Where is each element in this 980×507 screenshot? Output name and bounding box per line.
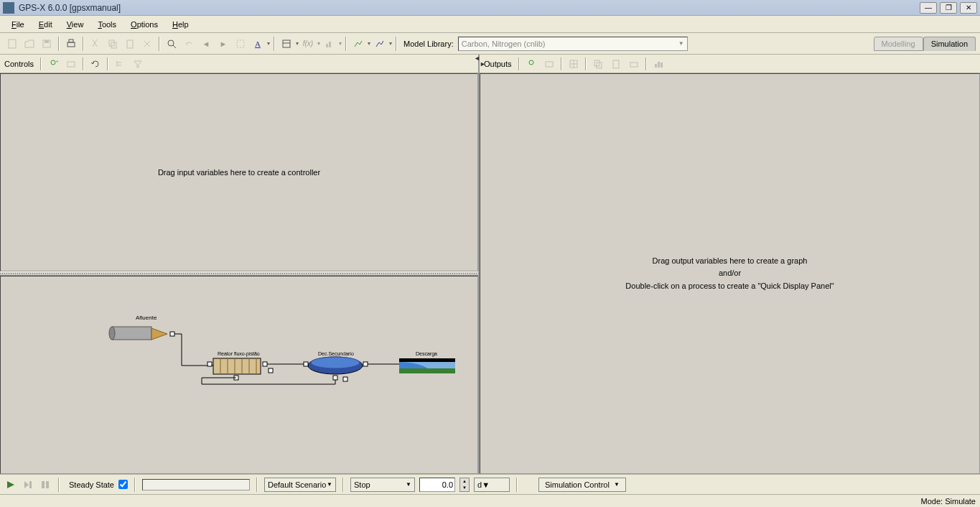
svg-rect-51 — [655, 64, 657, 68]
model-library-label: Model Library: — [403, 39, 454, 48]
time-spinner[interactable]: ▲ ▼ — [459, 478, 470, 492]
outputs-new-btn[interactable] — [523, 56, 539, 72]
delete-button[interactable] — [139, 36, 155, 52]
main-toolbar: ◄ ► A ▾ ▾ f(x) ▾ ▾ ▾ ▾ Model Library: Ca… — [0, 33, 980, 55]
stop-dropdown[interactable]: Stop ▼ — [350, 478, 415, 492]
vertical-splitter[interactable] — [474, 55, 485, 76]
svg-rect-43 — [546, 62, 553, 67]
svg-rect-37 — [333, 376, 337, 380]
save-button[interactable] — [39, 36, 55, 52]
svg-point-8 — [168, 40, 174, 46]
outputs-placeholder-3: Double-click on a process to create a "Q… — [625, 280, 834, 293]
svg-rect-4 — [69, 39, 73, 42]
nav-right-button[interactable]: ► — [215, 36, 231, 52]
select-rect-button[interactable] — [233, 36, 248, 52]
outputs-print-btn[interactable] — [626, 56, 642, 72]
paste-button[interactable] — [122, 36, 138, 52]
outputs-drop-zone[interactable]: Drag output variables here to create a g… — [480, 73, 980, 474]
outputs-grid-btn[interactable] — [566, 56, 582, 72]
model-library-dropdown[interactable]: Carbon, Nitrogen (cnlib) ▼ — [458, 37, 688, 51]
unit-dropdown[interactable]: d ▼ — [474, 478, 510, 492]
titlebar: GPS-X 6.0.0 [gpsxmanual] — ❐ ✕ — [0, 0, 980, 16]
svg-rect-56 — [29, 481, 32, 488]
menu-edit[interactable]: Edit — [32, 18, 60, 31]
app-icon — [3, 2, 14, 14]
svg-point-34 — [311, 357, 360, 368]
chart1-button[interactable] — [322, 36, 337, 52]
outputs-paste-btn[interactable] — [608, 56, 624, 72]
outputs-open-btn[interactable] — [541, 56, 557, 72]
step-button[interactable] — [22, 478, 34, 491]
svg-rect-7 — [127, 40, 133, 48]
svg-marker-54 — [7, 481, 14, 488]
bottom-toolbar: Steady State Default Scenario ▼ Stop ▼ ▲… — [0, 474, 980, 494]
fx-button[interactable]: f(x) — [300, 36, 316, 52]
locator-button[interactable] — [279, 36, 294, 52]
svg-rect-58 — [46, 481, 49, 488]
close-button[interactable]: ✕ — [960, 2, 977, 14]
undo-button[interactable] — [181, 36, 197, 52]
steady-state-checkbox[interactable] — [118, 480, 128, 489]
minimize-button[interactable]: — — [920, 2, 937, 14]
controls-placeholder: Drag input variables here to create a co… — [158, 168, 320, 177]
svg-rect-14 — [329, 42, 331, 47]
svg-rect-53 — [661, 62, 663, 68]
menu-options[interactable]: Options — [123, 18, 165, 31]
svg-point-15 — [51, 60, 55, 65]
menu-tools[interactable]: Tools — [90, 18, 123, 31]
svg-rect-41 — [399, 368, 455, 373]
new-button[interactable] — [4, 36, 20, 52]
controls-refresh-btn[interactable] — [88, 56, 103, 72]
pause-button[interactable] — [39, 478, 52, 491]
controls-header: Controls + — [0, 55, 478, 73]
controls-tree-btn[interactable] — [112, 56, 128, 72]
outputs-placeholder-1: Drag output variables here to create a g… — [653, 255, 808, 268]
outputs-copy-btn[interactable] — [590, 56, 606, 72]
nav-left-button[interactable]: ◄ — [198, 36, 214, 52]
graph1-button[interactable] — [350, 36, 366, 52]
scenario-dropdown[interactable]: Default Scenario ▼ — [264, 478, 336, 492]
outputs-chart-btn[interactable] — [650, 56, 666, 72]
tab-modelling[interactable]: Modelling — [874, 37, 923, 51]
zoom-button[interactable] — [164, 36, 179, 52]
spinner-up[interactable]: ▲ — [460, 478, 469, 485]
controls-drop-zone[interactable]: Drag input variables here to create a co… — [0, 73, 478, 271]
svg-point-19 — [109, 327, 115, 340]
label-descarga: Descarga — [416, 351, 437, 357]
window-title: GPS-X 6.0.0 [gpsxmanual] — [19, 3, 121, 13]
play-button[interactable] — [4, 478, 17, 491]
simulation-control-button[interactable]: Simulation Control ▼ — [538, 478, 626, 492]
menu-view[interactable]: View — [60, 18, 91, 31]
graph2-button[interactable] — [372, 36, 388, 52]
tab-simulation[interactable]: Simulation — [923, 37, 976, 51]
spinner-down[interactable]: ▼ — [460, 485, 469, 491]
cut-button[interactable] — [88, 36, 103, 52]
label-reator: Reator fluxo-pistão — [218, 351, 260, 357]
svg-marker-55 — [24, 481, 29, 488]
print-button[interactable] — [63, 36, 79, 52]
stop-value: Stop — [354, 480, 370, 489]
svg-point-42 — [529, 60, 533, 65]
controls-filter-btn[interactable] — [130, 56, 146, 72]
svg-rect-35 — [304, 362, 308, 366]
outputs-title: Outputs — [484, 60, 512, 68]
controls-open-btn[interactable] — [63, 56, 79, 72]
svg-rect-29 — [207, 362, 212, 366]
text-button[interactable]: A — [250, 36, 266, 52]
open-button[interactable] — [22, 36, 37, 52]
menu-help[interactable]: Help — [165, 18, 196, 31]
time-input[interactable] — [419, 478, 455, 492]
menu-file[interactable]: File — [4, 18, 32, 31]
diagram-canvas[interactable]: Afluente Reator fluxo-pistão — [0, 276, 478, 474]
model-library-value: Carbon, Nitrogen (cnlib) — [462, 39, 546, 48]
controls-new-btn[interactable]: + — [45, 56, 61, 72]
scenario-value: Default Scenario — [268, 480, 326, 489]
outputs-placeholder-2: and/or — [719, 267, 741, 280]
progress-bar — [142, 479, 250, 490]
svg-rect-2 — [45, 40, 49, 43]
svg-rect-3 — [67, 42, 75, 47]
copy-button[interactable] — [105, 36, 121, 52]
svg-rect-11 — [283, 40, 290, 47]
steady-state-label: Steady State — [69, 480, 114, 489]
maximize-button[interactable]: ❐ — [940, 2, 957, 14]
